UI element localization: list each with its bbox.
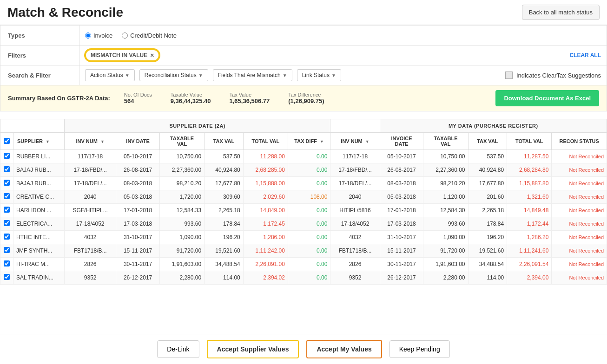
radio-invoice[interactable] — [85, 32, 91, 39]
tax-diff-cell: 0.00 — [288, 150, 330, 163]
inv-date-2a-cell: 08-03-2018 — [116, 177, 160, 190]
inv-num-2a-cell: 17-18/DEL/... — [65, 177, 116, 190]
inv-date-2a-cell: 05-03-2018 — [116, 190, 160, 204]
taxable-my-cell: 91,720.00 — [423, 244, 468, 258]
row-checkbox-cell[interactable] — [0, 190, 13, 204]
total-2a-cell: 2,68,285.00 — [243, 163, 288, 177]
select-all-header[interactable] — [0, 133, 13, 150]
tax-diff-cell: 0.00 — [288, 258, 330, 271]
supplier-cell: ELECTRICA... — [13, 217, 65, 231]
docs-label: No. Of Docs — [124, 92, 152, 98]
row-checkbox[interactable] — [4, 193, 10, 199]
recon-status-cell: Not Reconciled — [552, 163, 607, 177]
row-checkbox[interactable] — [4, 180, 10, 186]
summary-label: Summary Based On GSTR-2A Data: — [8, 95, 110, 102]
taxable-2a-header: TAXABLEVAL — [159, 133, 204, 150]
filter-chip-close[interactable]: × — [150, 52, 154, 59]
row-checkbox-cell[interactable] — [0, 231, 13, 244]
total-my-cell: 2,26,091.54 — [507, 258, 552, 271]
tax-2a-cell: 2,265.18 — [205, 204, 244, 217]
reconciliation-status-filter[interactable]: Reconciliation Status ▼ — [139, 69, 208, 81]
recon-status-cell: Not Reconciled — [552, 217, 607, 231]
reconciliation-status-arrow: ▼ — [198, 73, 203, 78]
tax-diff-cell: 108.00 — [288, 190, 330, 204]
radio-invoice-label[interactable]: Invoice — [85, 32, 112, 39]
total-my-cell: 2,68,284.80 — [507, 163, 552, 177]
tax-my-cell: 40,924.80 — [468, 163, 507, 177]
row-checkbox-cell[interactable] — [0, 244, 13, 258]
inv-num-2a-cell: 2826 — [65, 258, 116, 271]
row-checkbox-cell[interactable] — [0, 204, 13, 217]
inv-num-2a-cell: 17-18/FBD/... — [65, 163, 116, 177]
inv-date-2a-cell: 26-12-2017 — [116, 271, 160, 285]
types-content: Invoice Credit/Debit Note — [79, 29, 607, 42]
indicates-area: Indicates ClearTax Suggestions — [505, 72, 601, 79]
row-checkbox-cell[interactable] — [0, 217, 13, 231]
inv-date-2a-cell: 15-11-2017 — [116, 244, 160, 258]
tax-label: Tax Value — [230, 92, 270, 98]
recon-status-cell: Not Reconciled — [552, 190, 607, 204]
supplier-cell: JMF SYNTH... — [13, 244, 65, 258]
action-status-filter[interactable]: Action Status ▼ — [85, 69, 135, 81]
recon-status-cell: Not Reconciled — [552, 177, 607, 190]
row-checkbox[interactable] — [4, 247, 10, 253]
tax-2a-cell: 309.60 — [205, 190, 244, 204]
total-2a-cell: 11,288.00 — [243, 150, 288, 163]
row-checkbox[interactable] — [4, 207, 10, 213]
summary-tax-diff: Tax Difference (1,26,909.75) — [288, 92, 324, 104]
table-row: HI-TRAC M... 2826 30-11-2017 1,91,603.00… — [0, 258, 607, 271]
row-checkbox[interactable] — [4, 234, 10, 240]
indicates-checkbox[interactable] — [505, 72, 513, 79]
tax-my-cell: 34,488.54 — [468, 258, 507, 271]
total-my-cell: 1,15,887.80 — [507, 177, 552, 190]
back-button[interactable]: Back to all match status — [522, 5, 600, 20]
inv-num-my-cell: 2826 — [330, 258, 380, 271]
action-status-arrow: ▼ — [125, 73, 130, 78]
total-2a-header: TOTAL VAL — [243, 133, 288, 150]
inv-num-my-arrow[interactable]: ▼ — [365, 139, 369, 144]
row-checkbox-cell[interactable] — [0, 177, 13, 190]
total-2a-cell: 1,11,242.00 — [243, 244, 288, 258]
taxable-my-cell: 98,210.20 — [423, 177, 468, 190]
empty-header-2 — [330, 119, 380, 133]
fields-mismatch-filter[interactable]: Fields That Are Mismatch ▼ — [213, 69, 292, 81]
supplier-date-2a-header: SUPPLIER DATE (2A) — [65, 119, 330, 133]
inv-num-my-cell: 2040 — [330, 190, 380, 204]
row-checkbox-cell[interactable] — [0, 258, 13, 271]
row-checkbox[interactable] — [4, 220, 10, 226]
link-status-filter[interactable]: Link Status ▼ — [297, 69, 341, 81]
download-button[interactable]: Download Document As Excel — [495, 90, 599, 106]
row-checkbox[interactable] — [4, 153, 10, 159]
tax-diff-cell: 0.00 — [288, 177, 330, 190]
tax-diff-header: TAX DIFF ▼ — [288, 133, 330, 150]
row-checkbox-cell[interactable] — [0, 150, 13, 163]
main-table: SUPPLIER DATE (2A) MY DATA (PURCHASE REG… — [0, 119, 607, 285]
group-header-row: SUPPLIER DATE (2A) MY DATA (PURCHASE REG… — [0, 119, 607, 133]
select-all-checkbox[interactable] — [4, 138, 10, 144]
mismatch-filter-chip[interactable]: MISMATCH IN VALUE × — [85, 49, 159, 61]
row-checkbox[interactable] — [4, 166, 10, 172]
tax-2a-cell: 34,488.54 — [205, 258, 244, 271]
taxable-2a-cell: 1,090.00 — [159, 231, 204, 244]
row-checkbox-cell[interactable] — [0, 163, 13, 177]
page-title: Match & Reconcile — [7, 5, 123, 20]
docs-value: 564 — [124, 98, 134, 104]
supplier-dropdown-arrow[interactable]: ▼ — [46, 139, 50, 144]
row-checkbox[interactable] — [4, 260, 10, 266]
table-row: RUBBER LI... 117/17-18 05-10-2017 10,750… — [0, 150, 607, 163]
tax-my-cell: 196.20 — [468, 231, 507, 244]
inv-num-2a-arrow[interactable]: ▼ — [100, 139, 105, 144]
taxable-2a-cell: 10,750.00 — [159, 150, 204, 163]
tax-diff-arrow[interactable]: ▼ — [320, 139, 324, 144]
taxable-2a-cell: 1,720.00 — [159, 190, 204, 204]
row-checkbox[interactable] — [4, 274, 10, 280]
tax-diff-cell: 0.00 — [288, 217, 330, 231]
row-checkbox-cell[interactable] — [0, 271, 13, 285]
radio-credit-label[interactable]: Credit/Debit Note — [122, 32, 177, 39]
clear-all-button[interactable]: CLEAR ALL — [569, 52, 601, 58]
radio-credit[interactable] — [122, 32, 128, 39]
total-my-cell: 1,172.44 — [507, 217, 552, 231]
table-wrapper: SUPPLIER DATE (2A) MY DATA (PURCHASE REG… — [0, 119, 607, 285]
recon-status-cell: Not Reconciled — [552, 244, 607, 258]
summary-tax: Tax Value 1,65,36,506.77 — [230, 92, 270, 104]
